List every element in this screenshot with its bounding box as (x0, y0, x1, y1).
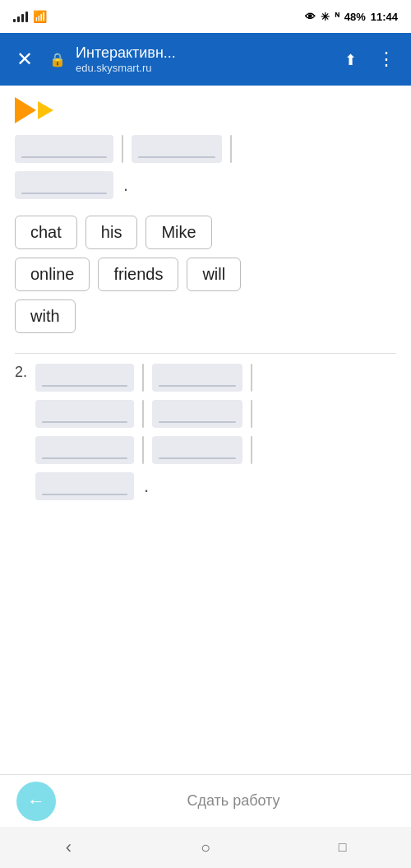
chips-row-3: with (15, 299, 396, 333)
blank-field[interactable] (15, 135, 113, 163)
share-button[interactable] (335, 44, 365, 74)
close-button[interactable]: ✕ (10, 44, 39, 74)
android-nav-bar: ‹ ○ □ (0, 827, 411, 868)
blank-field[interactable] (152, 364, 242, 392)
lock-icon: 🔒 (49, 52, 66, 67)
back-button[interactable]: ← (16, 782, 56, 821)
blank-field[interactable] (35, 472, 134, 500)
wifi-icon: 📶 (33, 10, 47, 23)
sentence2-row4: . (35, 472, 396, 500)
bottom-bar: ← Сдать работу (0, 774, 411, 827)
android-home-icon: ○ (201, 838, 210, 857)
word-chip-with[interactable]: with (15, 299, 76, 333)
blank-field[interactable] (152, 400, 242, 428)
chips-row-2: online friends will (15, 258, 396, 291)
blank-field[interactable] (15, 171, 113, 199)
word-chip-online[interactable]: online (15, 258, 90, 291)
android-back-icon: ‹ (66, 837, 72, 858)
android-back-button[interactable]: ‹ (50, 829, 86, 866)
time-display: 11:44 (371, 11, 398, 23)
status-left: 📶 (13, 10, 47, 23)
sentence2-row1 (35, 364, 396, 392)
word-chips-area: chat his Mike online friends will with (15, 216, 396, 333)
page-subtitle: edu.skysmart.ru (76, 62, 326, 74)
battery-indicator: 48% (344, 11, 366, 23)
nfc-icon: ᴺ (335, 11, 339, 23)
sentence2-area: 2. (15, 364, 396, 508)
sentence1-row2: . (15, 171, 396, 199)
blank-field[interactable] (35, 400, 134, 428)
signal-bars (13, 11, 28, 22)
blank-field[interactable] (152, 436, 242, 464)
bluetooth-icon: ✳ (321, 11, 330, 23)
back-arrow-icon: ← (27, 791, 45, 812)
nav-actions (335, 44, 401, 74)
nav-bar: ✕ 🔒 Интерактивн... edu.skysmart.ru (0, 33, 411, 86)
blank-field[interactable] (35, 364, 134, 392)
word-chip-his[interactable]: his (85, 216, 138, 249)
status-bar: 📶 👁 ✳ ᴺ 48% 11:44 (0, 0, 411, 33)
sentence1-area: . (15, 135, 396, 199)
page-title: Интерактивн... (76, 44, 273, 62)
android-recents-icon: □ (339, 840, 347, 855)
content-area: . chat his Mike online friends will with… (0, 135, 411, 508)
sentence2-label: 2. (15, 364, 27, 381)
sentence1-row1 (15, 135, 396, 163)
nav-title-block: Интерактивн... edu.skysmart.ru (76, 44, 326, 74)
status-right: 👁 ✳ ᴺ 48% 11:44 (305, 11, 398, 23)
android-home-button[interactable]: ○ (187, 829, 224, 866)
more-options-button[interactable] (372, 44, 401, 74)
blank-field[interactable] (35, 436, 134, 464)
logo-area (0, 86, 411, 135)
chips-row-1: chat his Mike (15, 216, 396, 249)
word-chip-will[interactable]: will (187, 258, 241, 291)
section-divider (15, 353, 396, 354)
word-chip-mike[interactable]: Mike (145, 216, 211, 249)
sentence2-row2 (35, 400, 396, 428)
eye-icon: 👁 (305, 11, 316, 23)
sentence2-row3 (35, 436, 396, 464)
android-recents-button[interactable]: □ (325, 829, 361, 866)
blank-field[interactable] (132, 135, 222, 163)
period: . (123, 174, 128, 196)
period: . (144, 476, 149, 497)
submit-label[interactable]: Сдать работу (72, 792, 395, 810)
word-chip-friends[interactable]: friends (98, 258, 178, 291)
word-chip-chat[interactable]: chat (15, 216, 77, 249)
